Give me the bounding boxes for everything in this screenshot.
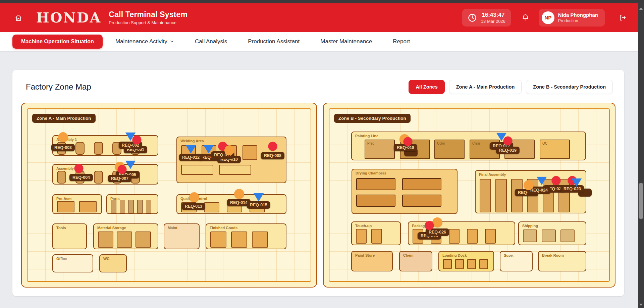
area-paint-store: Paint Store [351, 251, 393, 271]
station-label: Clear [472, 142, 480, 145]
machine-row [356, 195, 441, 207]
station-color: Color [434, 140, 465, 159]
machine-box [243, 145, 257, 160]
machine-box [480, 179, 491, 212]
user-name: Nida Phongphan [558, 12, 598, 18]
orange-circle-marker[interactable] [58, 132, 68, 142]
area-loading-dock: Loading Dock [438, 251, 494, 271]
machine-box [542, 229, 556, 242]
browser-chrome-strip [0, 0, 644, 3]
app-subtitle: Production Support & Maintenance [109, 20, 187, 25]
red-circle-marker[interactable] [132, 136, 142, 145]
machine-row [98, 232, 151, 248]
area-label-assembly-2: Assembly 2 [56, 166, 77, 170]
red-circle-marker[interactable] [425, 221, 434, 230]
machine-box [402, 178, 441, 190]
bell-icon [522, 14, 529, 21]
machines-parts [111, 200, 151, 213]
orange-circle-marker[interactable] [234, 189, 244, 199]
red-circle-marker[interactable] [74, 164, 84, 173]
machine-box [495, 179, 507, 212]
machine-row [443, 259, 488, 269]
area-tools: Tools [52, 223, 87, 249]
clock-time: 16:43:47 [481, 12, 505, 18]
filter-zone-b-secondary-production[interactable]: Zone B - Secondary Production [526, 80, 613, 94]
area-material-storage: Material Storage [93, 223, 158, 249]
red-circle-marker[interactable] [268, 142, 277, 151]
machine-row [111, 200, 151, 213]
request-badge-req-023[interactable]: REQ-023 [560, 185, 584, 193]
app-title: Call Terminal System [109, 10, 187, 19]
nav-item-label: Machine Operation Situation [21, 39, 94, 45]
request-badge-req-008[interactable]: REQ-008 [261, 152, 284, 159]
area-drying-chambers: Drying Chambers [352, 169, 458, 214]
machines-finished-goods [210, 232, 268, 248]
zone-filter-group: All ZonesZone A - Main ProductionZone B … [409, 80, 613, 94]
machine-box [231, 232, 247, 248]
machine-box [98, 232, 113, 248]
zone-b-panel: Zone B - Secondary ProductionPainting Li… [323, 103, 615, 288]
request-badge-req-003[interactable]: REQ-003 [51, 144, 75, 151]
request-badge-req-007[interactable]: REQ-007 [108, 175, 131, 182]
nav-item-maintenance-activity[interactable]: Maintenance Activity [115, 38, 174, 45]
request-badge-req-019[interactable]: REQ-019 [496, 147, 520, 154]
machine-box [449, 229, 460, 244]
area-label-touch-up: Touch-up [355, 224, 372, 228]
zone-b-label: Zone B - Secondary Production [334, 114, 411, 123]
red-circle-marker[interactable] [552, 176, 561, 185]
notifications-button[interactable] [522, 14, 529, 21]
area-label-drying-chambers: Drying Chambers [356, 171, 386, 175]
nav-item-production-assistant[interactable]: Production Assistant [248, 38, 300, 45]
factory-zone-map-card: Factory Zone Map All ZonesZone A - Main … [12, 70, 624, 296]
machine-box [252, 232, 268, 248]
orange-circle-marker[interactable] [432, 217, 442, 227]
red-circle-marker[interactable] [404, 137, 413, 146]
red-circle-marker[interactable] [118, 165, 127, 174]
orange-circle-marker[interactable] [189, 192, 199, 202]
machine-box [120, 200, 125, 213]
area-label-finished-goods: Finished Goods [210, 226, 237, 230]
red-circle-marker[interactable] [503, 137, 513, 146]
page-scrollbar[interactable] [638, 3, 644, 308]
machines-touch-up [356, 229, 382, 244]
clock-icon [468, 13, 477, 22]
machine-box [523, 229, 537, 242]
machine-box [136, 232, 151, 248]
orange-circle-marker[interactable] [224, 145, 234, 155]
scrollbar-up-arrow-icon[interactable] [639, 7, 643, 10]
user-menu[interactable]: NP Nida Phongphan Production [539, 9, 605, 27]
user-role: Production [558, 18, 598, 23]
nav-item-report[interactable]: Report [393, 38, 410, 45]
nav-item-machine-operation-situation[interactable]: Machine Operation Situation [12, 35, 103, 49]
nav-item-label: Master Maintenance [320, 38, 372, 45]
honda-logo: HONDA [36, 10, 101, 26]
machine-row [356, 229, 382, 244]
filter-all-zones[interactable]: All Zones [409, 80, 444, 94]
request-badge-req-012[interactable]: REQ-012 [179, 154, 203, 161]
machine-box [543, 179, 554, 212]
nav-item-master-maintenance[interactable]: Master Maintenance [320, 38, 372, 45]
area-maint: Maint. [164, 223, 200, 249]
station-prep: Prep [365, 140, 395, 159]
nav-item-call-analysis[interactable]: Call Analysis [195, 38, 227, 45]
area-label-wc: WC [103, 257, 109, 261]
area-label-chem: Chem [403, 253, 414, 257]
request-badge-req-004[interactable]: REQ-004 [69, 174, 93, 181]
chevron-down-icon [170, 39, 174, 44]
machines-loading-dock [443, 259, 488, 269]
scrollbar-down-arrow-icon[interactable] [639, 304, 643, 306]
home-button[interactable] [13, 13, 23, 23]
filter-zone-a-main-production[interactable]: Zone A - Main Production [449, 80, 522, 94]
request-badge-req-013[interactable]: REQ-013 [182, 203, 205, 210]
area-touch-up: Touch-up [351, 221, 401, 245]
machine-box [117, 232, 132, 248]
area-label-pre-asm: Pre-Asm [56, 197, 71, 201]
orange-circle-marker[interactable] [524, 180, 534, 190]
page-title: Factory Zone Map [26, 82, 91, 92]
area-label-supv: Supv. [504, 253, 514, 257]
scrollbar-thumb[interactable] [639, 183, 643, 219]
logout-button[interactable] [619, 14, 627, 21]
area-label-maint: Maint. [168, 226, 178, 230]
request-badge-req-015[interactable]: REQ-015 [247, 201, 270, 209]
area-office: Office [52, 254, 93, 272]
